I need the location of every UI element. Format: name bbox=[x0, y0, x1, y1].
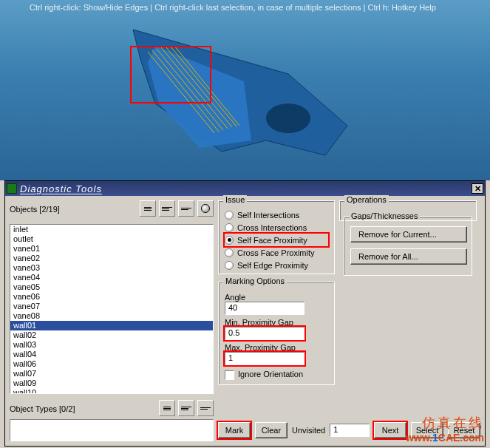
list-item[interactable]: wall09 bbox=[10, 379, 213, 388]
list-item[interactable]: vane02 bbox=[10, 254, 213, 263]
radio-label: Cross Intersections bbox=[237, 223, 307, 232]
list-item[interactable]: inlet bbox=[10, 225, 213, 234]
list-item[interactable]: wall03 bbox=[10, 340, 213, 350]
objects-listbox[interactable]: inletoutletvane01vane02vane03vane04vane0… bbox=[10, 224, 214, 394]
min-gap-input[interactable]: 0.5 bbox=[225, 327, 304, 340]
list-view-compact-button[interactable] bbox=[140, 200, 156, 217]
types-view-x-button[interactable] bbox=[197, 400, 214, 416]
radio-self-intersections[interactable]: Self Intersections bbox=[225, 208, 328, 221]
viewport-hint: Ctrl right-click: Show/Hide Edges | Ctrl… bbox=[30, 3, 483, 12]
radio-label: Cross Face Proximity bbox=[237, 248, 315, 257]
dialog-titlebar[interactable]: Diagnostic Tools ✕ bbox=[5, 181, 485, 196]
radio-self-edge-proximity[interactable]: Self Edge Proximity bbox=[225, 259, 328, 271]
clear-button[interactable]: Clear bbox=[255, 422, 287, 438]
angle-label: Angle bbox=[225, 293, 328, 302]
issue-legend: Issue bbox=[223, 195, 247, 204]
list-item[interactable]: wall07 bbox=[10, 369, 213, 379]
dialog-icon bbox=[7, 183, 17, 194]
issue-group: Issue Self Intersections Cross Intersect… bbox=[218, 200, 335, 274]
ignore-orientation-label: Ignore Orientation bbox=[238, 370, 303, 379]
select-button[interactable]: Select bbox=[411, 422, 443, 438]
radio-cross-face-proximity[interactable]: Cross Face Proximity bbox=[225, 246, 328, 259]
gaps-legend: Gaps/Thicknesses bbox=[349, 211, 420, 220]
list-item[interactable]: wall10 bbox=[10, 388, 213, 394]
list-item[interactable]: vane08 bbox=[10, 311, 213, 321]
mark-button[interactable]: Mark bbox=[218, 422, 251, 438]
list-item[interactable]: vane03 bbox=[10, 263, 213, 273]
list-item[interactable]: wall02 bbox=[10, 330, 213, 340]
remove-for-all-button[interactable]: Remove for All... bbox=[350, 248, 467, 265]
list-item[interactable]: wall01 bbox=[10, 321, 213, 330]
list-view-sphere-button[interactable] bbox=[197, 200, 214, 217]
max-gap-input[interactable]: 1 bbox=[225, 352, 304, 365]
unvisited-label: Unvisited bbox=[292, 426, 325, 435]
radio-label: Self Intersections bbox=[237, 211, 299, 220]
action-row: Mark Clear Unvisited 1 Next Select Reset bbox=[218, 422, 480, 438]
list-item[interactable]: vane04 bbox=[10, 273, 213, 282]
list-view-x-button[interactable] bbox=[178, 200, 194, 217]
list-item[interactable]: vane07 bbox=[10, 302, 213, 311]
list-item[interactable]: wall06 bbox=[10, 359, 213, 369]
list-item[interactable]: vane06 bbox=[10, 292, 213, 302]
list-item[interactable]: vane05 bbox=[10, 282, 213, 292]
list-item[interactable]: outlet bbox=[10, 234, 213, 244]
gaps-group: Gaps/Thicknesses Remove for Current... R… bbox=[344, 217, 472, 276]
list-item[interactable]: wall04 bbox=[10, 350, 213, 359]
ignore-orientation-checkbox[interactable]: Ignore Orientation bbox=[225, 370, 328, 380]
list-item[interactable]: vane01 bbox=[10, 244, 213, 254]
reset-button[interactable]: Reset bbox=[448, 422, 480, 438]
operations-legend: Operations bbox=[344, 195, 389, 204]
angle-input[interactable]: 40 bbox=[225, 302, 304, 315]
radio-cross-intersections[interactable]: Cross Intersections bbox=[225, 221, 328, 234]
close-button[interactable]: ✕ bbox=[472, 183, 483, 194]
min-gap-label: Min. Proximity Gap bbox=[225, 318, 328, 327]
remove-for-current-button[interactable]: Remove for Current... bbox=[350, 226, 467, 242]
objects-count-label: Objects [2/19] bbox=[10, 205, 60, 214]
types-view-compact-button[interactable] bbox=[159, 400, 175, 416]
dialog-title: Diagnostic Tools bbox=[20, 183, 472, 194]
object-types-label: Object Types [0/2] bbox=[10, 404, 75, 413]
object-types-listbox[interactable] bbox=[10, 419, 214, 441]
diagnostic-tools-dialog: Diagnostic Tools ✕ Objects [2/19] inleto… bbox=[4, 180, 486, 447]
viewport-3d[interactable]: Ctrl right-click: Show/Hide Edges | Ctrl… bbox=[0, 0, 490, 180]
radio-label: Self Edge Proximity bbox=[237, 261, 308, 270]
svg-point-2 bbox=[266, 103, 310, 133]
radio-label: Self Face Proximity bbox=[237, 236, 307, 245]
marking-options-group: Marking Options Angle 40 Min. Proximity … bbox=[218, 282, 335, 385]
marking-legend: Marking Options bbox=[223, 276, 287, 285]
types-view-check-button[interactable] bbox=[178, 400, 194, 416]
list-view-check-button[interactable] bbox=[159, 200, 175, 217]
checkbox-box[interactable] bbox=[225, 370, 234, 380]
next-button[interactable]: Next bbox=[374, 422, 406, 438]
radio-self-face-proximity[interactable]: Self Face Proximity bbox=[225, 234, 328, 246]
viewport-highlight-box bbox=[130, 46, 211, 103]
max-gap-label: Max. Proximity Gap bbox=[225, 343, 328, 352]
unvisited-input[interactable]: 1 bbox=[330, 424, 370, 437]
